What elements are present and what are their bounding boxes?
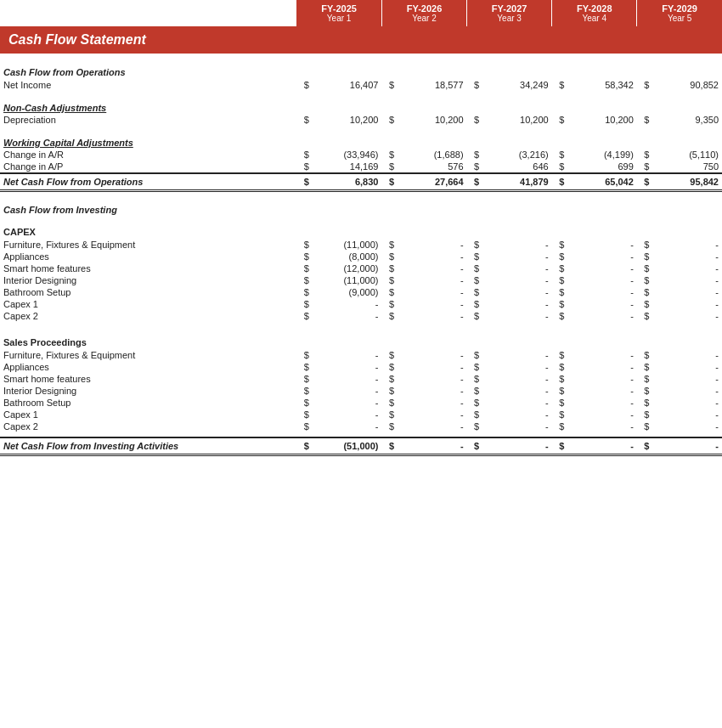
header-label-cell bbox=[0, 0, 296, 26]
capex-item-1: Appliances $(8,000) $- $- $- $- bbox=[0, 251, 722, 262]
non-cash-header: Non-Cash Adjustments bbox=[0, 96, 722, 114]
investing-total-row: Net Cash Flow from Investing Activities … bbox=[0, 437, 722, 455]
sales-item-4: Bathroom Setup $- $- $- $- $- bbox=[0, 397, 722, 409]
working-capital-header: Working Capital Adjustments bbox=[0, 131, 722, 149]
sales-item-2: Smart home features $- $- $- $- $- bbox=[0, 373, 722, 385]
sales-item-1: Appliances $- $- $- $- $- bbox=[0, 361, 722, 373]
fy-2027-header: FY-2027 Year 3 bbox=[467, 0, 552, 26]
fy-2025-header: FY-2025 Year 1 bbox=[296, 0, 381, 26]
capex-item-5: Capex 1 $- $- $- $- $- bbox=[0, 298, 722, 310]
sales-item-3: Interior Designing $- $- $- $- $- bbox=[0, 385, 722, 397]
capex-header-row: CAPEX bbox=[0, 222, 722, 239]
fy-2028-header: FY-2028 Year 4 bbox=[552, 0, 637, 26]
operations-total-row: Net Cash Flow from Operations $ 6,830 $ … bbox=[0, 173, 722, 191]
title-cell: Cash Flow Statement bbox=[0, 26, 722, 54]
capex-item-0: Furniture, Fixtures & Equipment $(11,000… bbox=[0, 239, 722, 251]
sales-item-6: Capex 2 $- $- $- $- $- bbox=[0, 420, 722, 432]
year-header-row: FY-2025 Year 1 FY-2026 Year 2 FY-2027 Ye… bbox=[0, 0, 722, 26]
fy-2026-header: FY-2026 Year 2 bbox=[381, 0, 466, 26]
net-income-row: Net Income $ 16,407 $ 18,577 $ 34,249 $ … bbox=[0, 79, 722, 91]
operations-section-header: Cash Flow from Operations bbox=[0, 59, 722, 79]
investing-section-header: Cash Flow from Investing bbox=[0, 196, 722, 217]
change-ar-row: Change in A/R $ (33,946) $ (1,688) $ (3,… bbox=[0, 149, 722, 161]
cashflow-table: FY-2025 Year 1 FY-2026 Year 2 FY-2027 Ye… bbox=[0, 0, 722, 456]
depreciation-row: Depreciation $ 10,200 $ 10,200 $ 10,200 … bbox=[0, 114, 722, 126]
title-row: Cash Flow Statement bbox=[0, 26, 722, 54]
change-ap-row: Change in A/P $ 14,169 $ 576 $ 646 $ 699… bbox=[0, 161, 722, 173]
page-title: Cash Flow Statement bbox=[8, 32, 146, 47]
capex-item-4: Bathroom Setup $(9,000) $- $- $- $- bbox=[0, 286, 722, 298]
page: FY-2025 Year 1 FY-2026 Year 2 FY-2027 Ye… bbox=[0, 0, 722, 728]
sales-item-5: Capex 1 $- $- $- $- $- bbox=[0, 409, 722, 420]
capex-item-2: Smart home features $(12,000) $- $- $- $… bbox=[0, 262, 722, 274]
capex-item-6: Capex 2 $- $- $- $- $- bbox=[0, 310, 722, 322]
sales-item-0: Furniture, Fixtures & Equipment $- $- $-… bbox=[0, 349, 722, 361]
capex-item-3: Interior Designing $(11,000) $- $- $- $- bbox=[0, 274, 722, 286]
fy-2029-header: FY-2029 Year 5 bbox=[637, 0, 722, 26]
sales-header-row: Sales Proceedings bbox=[0, 332, 722, 349]
